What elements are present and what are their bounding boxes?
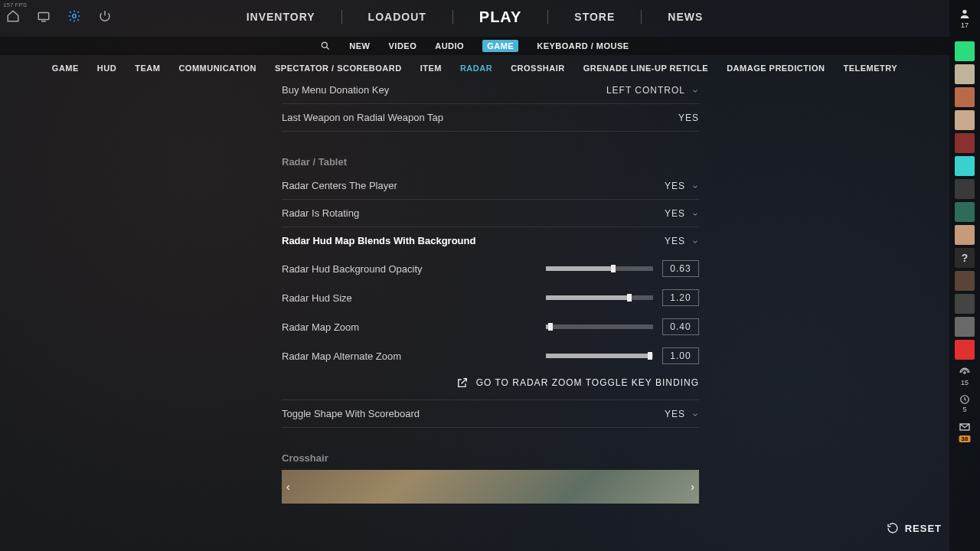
chevron-left-icon[interactable]: ‹ — [286, 481, 290, 493]
search-icon[interactable] — [320, 41, 331, 51]
setting-label: Radar Map Zoom — [282, 321, 537, 333]
settings-content: Buy Menu Donation Key LEFT CONTROL Last … — [282, 77, 699, 505]
broadcast-icon — [959, 367, 970, 378]
setting-label: Radar Centers The Player — [282, 180, 397, 191]
external-link-icon — [456, 377, 469, 389]
friend-tile[interactable] — [955, 110, 975, 130]
setting-last-weapon-tap[interactable]: Last Weapon on Radial Weapon Tap YES — [282, 104, 699, 132]
subtab-team[interactable]: TEAM — [135, 64, 160, 73]
setting-label: Radar Is Rotating — [282, 207, 359, 219]
setting-radar-hud-size: Radar Hud Size 1.20 — [282, 283, 699, 312]
section-radar-title: Radar / Tablet — [282, 156, 699, 168]
nav-loadout[interactable]: LOADOUT — [368, 11, 426, 23]
friend-tile[interactable] — [955, 340, 975, 360]
setting-radar-rotating[interactable]: Radar Is Rotating YES — [282, 200, 699, 227]
friend-tile[interactable] — [955, 133, 975, 153]
setting-value: YES — [665, 208, 685, 219]
setting-toggle-shape-scoreboard[interactable]: Toggle Shape With Scoreboard YES — [282, 400, 699, 428]
subtab-hud[interactable]: HUD — [97, 64, 116, 73]
person-icon — [959, 8, 971, 20]
friend-tile[interactable] — [955, 271, 975, 291]
setting-value: LEFT CONTROL — [606, 85, 685, 96]
reset-label: RESET — [905, 523, 942, 534]
subtab-spectator[interactable]: SPECTATOR / SCOREBOARD — [275, 64, 402, 73]
svg-point-3 — [962, 10, 966, 14]
nav-news[interactable]: NEWS — [668, 11, 703, 23]
history-indicator[interactable]: 5 — [959, 394, 970, 413]
broadcast-count: 15 — [961, 379, 969, 386]
slider[interactable] — [546, 266, 653, 271]
nav-sep — [641, 10, 642, 24]
setting-radar-bg-opacity: Radar Hud Background Opacity 0.63 — [282, 254, 699, 283]
slider[interactable] — [546, 354, 653, 358]
tab-video[interactable]: VIDEO — [389, 41, 417, 51]
friend-tile[interactable] — [955, 294, 975, 314]
slider[interactable] — [546, 295, 653, 300]
friend-tile[interactable] — [955, 202, 975, 222]
nav-inventory[interactable]: INVENTORY — [247, 11, 315, 23]
mail-button[interactable]: 38 — [959, 421, 971, 436]
setting-label: Buy Menu Donation Key — [282, 84, 389, 96]
reset-button[interactable]: RESET — [887, 522, 942, 534]
slider-value[interactable]: 1.00 — [662, 347, 699, 364]
slider-value[interactable]: 0.63 — [662, 260, 699, 277]
setting-value: YES — [678, 112, 699, 123]
broadcast-indicator[interactable]: 15 — [959, 367, 970, 386]
radar-zoom-keybind-link[interactable]: GO TO RADAR ZOOM TOGGLE KEY BINDING — [282, 370, 699, 400]
subtab-telemetry[interactable]: TELEMETRY — [843, 64, 897, 73]
link-label: GO TO RADAR ZOOM TOGGLE KEY BINDING — [476, 377, 699, 388]
subtab-crosshair[interactable]: CROSSHAIR — [511, 64, 565, 73]
help-button[interactable]: ? — [955, 248, 975, 268]
nav-sep — [452, 10, 453, 24]
friend-tile[interactable] — [955, 156, 975, 176]
tab-keyboard-mouse[interactable]: KEYBOARD / MOUSE — [537, 41, 629, 51]
chevron-down-icon — [691, 237, 699, 245]
reset-icon — [887, 522, 899, 534]
settings-tabs-primary: NEW VIDEO AUDIO GAME KEYBOARD / MOUSE — [0, 37, 949, 55]
setting-label: Radar Hud Background Opacity — [282, 263, 537, 275]
nav-sep — [547, 10, 548, 24]
profile-count: 17 — [961, 21, 969, 29]
setting-buy-menu-donation[interactable]: Buy Menu Donation Key LEFT CONTROL — [282, 77, 699, 104]
top-nav: INVENTORY LOADOUT PLAY STORE NEWS — [0, 6, 949, 28]
tab-game[interactable]: GAME — [482, 40, 518, 52]
friend-tile[interactable] — [955, 225, 975, 245]
setting-radar-map-zoom: Radar Map Zoom 0.40 — [282, 312, 699, 341]
crosshair-preview[interactable]: ‹ › — [282, 470, 699, 504]
setting-value: YES — [665, 236, 685, 246]
slider-value[interactable]: 1.20 — [662, 289, 699, 306]
friend-tile[interactable] — [955, 64, 975, 84]
chevron-down-icon — [691, 410, 699, 418]
profile-button[interactable]: 17 — [959, 8, 971, 29]
nav-sep — [341, 10, 342, 24]
tab-new[interactable]: NEW — [349, 41, 370, 51]
setting-label: Last Weapon on Radial Weapon Tap — [282, 112, 443, 123]
setting-radar-centers[interactable]: Radar Centers The Player YES — [282, 172, 699, 200]
subtab-grenade[interactable]: GRENADE LINE-UP RETICLE — [583, 64, 708, 73]
friend-tile[interactable] — [955, 41, 975, 61]
tab-audio[interactable]: AUDIO — [435, 41, 464, 51]
chevron-down-icon — [691, 86, 699, 94]
right-sidebar: 17 ? 15 5 38 — [949, 0, 980, 551]
chevron-down-icon — [691, 182, 699, 190]
svg-point-4 — [964, 372, 965, 373]
chevron-right-icon[interactable]: › — [691, 481, 694, 493]
friend-tile[interactable] — [955, 179, 975, 199]
section-crosshair-title: Crosshair — [282, 452, 699, 464]
friend-tile[interactable] — [955, 87, 975, 107]
setting-radar-blends[interactable]: Radar Hud Map Blends With Background YES — [282, 227, 699, 254]
subtab-game[interactable]: GAME — [52, 64, 79, 73]
subtab-damage[interactable]: DAMAGE PREDICTION — [727, 64, 825, 73]
slider-value[interactable]: 0.40 — [662, 318, 699, 335]
setting-value: YES — [665, 409, 685, 419]
chevron-down-icon — [691, 210, 699, 217]
subtab-item[interactable]: ITEM — [420, 64, 442, 73]
subtab-radar[interactable]: RADAR — [460, 64, 492, 73]
subtab-communication[interactable]: COMMUNICATION — [178, 64, 256, 73]
friend-tile[interactable] — [955, 317, 975, 337]
nav-store[interactable]: STORE — [574, 11, 615, 23]
setting-label: Radar Map Alternate Zoom — [282, 350, 537, 362]
slider[interactable] — [546, 324, 653, 329]
nav-play[interactable]: PLAY — [479, 8, 522, 26]
setting-value: YES — [665, 181, 685, 191]
